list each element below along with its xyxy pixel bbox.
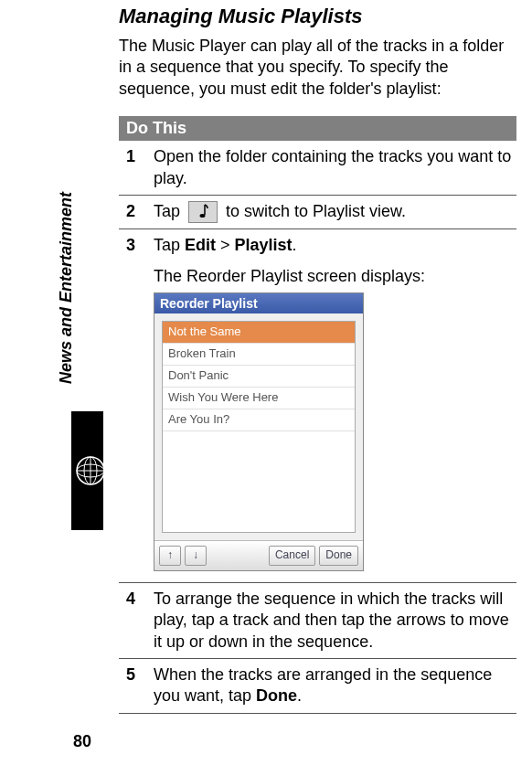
screenshot-toolbar: ↑ ↓ Cancel Done [154, 540, 363, 570]
step-3-text: Tap Edit > Playlist. The Reorder Playlis… [154, 235, 516, 577]
step-2-number: 2 [119, 201, 154, 223]
step-3-a: Tap [154, 236, 185, 254]
globe-icon [75, 455, 106, 486]
reorder-playlist-title: Reorder Playlist [154, 293, 363, 313]
step-5-c: . [297, 686, 302, 705]
intro-text: The Music Player can play all of the tra… [119, 36, 516, 100]
step-1-text: Open the folder containing the tracks yo… [154, 146, 516, 189]
list-item[interactable]: Are You In? [163, 409, 355, 431]
svg-point-5 [200, 214, 206, 218]
step-2-pre: Tap [154, 202, 185, 220]
list-item[interactable]: Broken Train [163, 344, 355, 366]
step-2-text: Tap to switch to Playlist view. [154, 201, 516, 223]
page-title: Managing Music Playlists [119, 5, 516, 28]
step-2-post: to switch to Playlist view. [226, 202, 406, 220]
step-3-e: . [293, 236, 297, 254]
step-4: 4 To arrange the sequence in which the t… [119, 583, 516, 659]
step-3-caption: The Reorder Playlist screen displays: [154, 266, 516, 287]
step-2: 2 Tap to switch to Playlist view. [119, 196, 516, 229]
cancel-button[interactable]: Cancel [269, 546, 315, 566]
step-3-number: 3 [119, 235, 154, 577]
move-down-button[interactable]: ↓ [185, 546, 207, 566]
move-up-button[interactable]: ↑ [159, 546, 181, 566]
music-note-icon [188, 201, 218, 223]
step-3: 3 Tap Edit > Playlist. The Reorder Playl… [119, 229, 516, 583]
reorder-playlist-screenshot: Reorder Playlist Not the Same Broken Tra… [154, 292, 364, 571]
step-5-text: When the tracks are arranged in the sequ… [154, 664, 516, 707]
done-button[interactable]: Done [319, 546, 358, 566]
step-4-text: To arrange the sequence in which the tra… [154, 589, 516, 653]
step-1: 1 Open the folder containing the tracks … [119, 141, 516, 196]
step-3-edit: Edit [185, 236, 216, 254]
do-this-header: Do This [119, 116, 516, 141]
list-item[interactable]: Wish You Were Here [163, 388, 355, 409]
step-5-done: Done [256, 686, 297, 705]
step-5-number: 5 [119, 664, 154, 707]
step-4-number: 4 [119, 589, 154, 653]
step-5: 5 When the tracks are arranged in the se… [119, 659, 516, 714]
playlist-listbox[interactable]: Not the Same Broken Train Don't Panic Wi… [162, 321, 356, 533]
step-5-a: When the tracks are arranged in the sequ… [154, 665, 492, 705]
step-3-c: > [216, 236, 235, 254]
page-number: 80 [73, 732, 91, 751]
list-item[interactable]: Not the Same [163, 322, 355, 344]
list-item[interactable]: Don't Panic [163, 366, 355, 388]
step-1-number: 1 [119, 146, 154, 189]
section-label: News and Entertainment [57, 192, 76, 384]
step-3-playlist: Playlist [235, 236, 293, 254]
